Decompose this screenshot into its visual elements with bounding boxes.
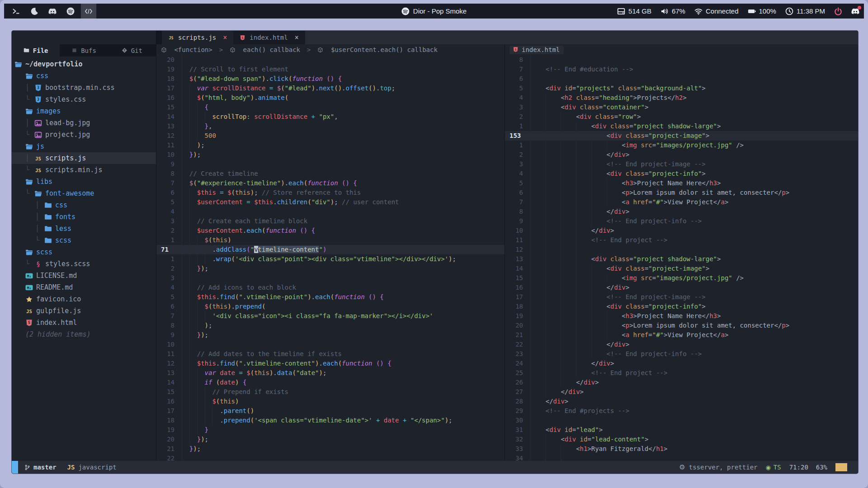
code-line[interactable]: 17<!-- End project-image --> [505, 292, 858, 302]
code-line[interactable]: 29<!-- End #projects --> [505, 406, 858, 416]
code-line[interactable]: 22 [156, 454, 505, 461]
code-line-current[interactable]: 153<div class="project-image"> [505, 131, 858, 141]
tree-item-font-awesome[interactable]: └font-awesome [12, 188, 156, 199]
code-line[interactable]: 11); [156, 141, 505, 150]
code-line[interactable]: 24</div> [505, 359, 858, 368]
code-line[interactable]: 3// Create each timeline block [156, 216, 505, 226]
code-line[interactable]: 20 [156, 55, 505, 65]
code-line[interactable]: 7<!-- End #education --> [505, 65, 858, 74]
code-line[interactable]: 17var scrollDistance = $("#lead").next()… [156, 84, 505, 93]
launcher-spotify[interactable] [63, 4, 78, 19]
explorer-tab-bufs[interactable]: Bufs [60, 44, 108, 56]
launcher-moon[interactable] [27, 4, 42, 19]
tree-item-README.md[interactable]: M↓README.md [12, 282, 156, 293]
tree-item-libs[interactable]: libs [12, 176, 156, 188]
tree-item-scss[interactable]: └scss [12, 235, 156, 246]
code-line[interactable]: 8); [156, 321, 505, 330]
tree-item-styles.css[interactable]: └3styles.css [12, 94, 156, 105]
code-line[interactable]: 15{ [156, 103, 505, 112]
code-line[interactable]: 16</div> [505, 283, 858, 292]
tree-item-images[interactable]: images [12, 105, 156, 117]
code-line[interactable]: 7'<div class="icon"><i class="fa fa-map-… [156, 311, 505, 321]
code-line[interactable]: 5$this.find(".vtimeline-point").each(fun… [156, 292, 505, 302]
code-line[interactable]: 4<div class="project-info"> [505, 169, 858, 178]
tree-item-scripts.js[interactable]: │JSscripts.js [12, 152, 156, 164]
buffer-tab-scripts.js[interactable]: JSscripts.js× [162, 31, 233, 44]
code-line[interactable]: 11// Add dates to the timeline if exists [156, 349, 505, 359]
tree-item-css[interactable]: css [12, 70, 156, 82]
code-line[interactable]: 7$("#experience-timeline").each(function… [156, 178, 505, 188]
tree-item-css[interactable]: │css [12, 199, 156, 211]
code-line[interactable]: 5$userContent = $this.children("div"); /… [156, 197, 505, 207]
code-line[interactable]: 5<h3>Project Name Here</h3> [505, 178, 858, 188]
code-line[interactable]: 19// Scroll to first element [156, 65, 505, 74]
code-line[interactable]: 18.prepend('<span class="vtimeline-date"… [156, 416, 505, 425]
code-line[interactable]: 4<h2 class="heading">Projects</h2> [505, 93, 858, 103]
code-line[interactable]: 6$(this).prepend( [156, 302, 505, 311]
code-line[interactable]: 3<!-- End project-image --> [505, 160, 858, 169]
code-line[interactable]: 10}); [156, 150, 505, 160]
code-line[interactable]: 4 [156, 207, 505, 216]
code-line[interactable]: 7<a href="#">View Project</a> [505, 197, 858, 207]
code-line[interactable]: 6<p>Lorem ipsum dolor sit amet, consecte… [505, 188, 858, 197]
code-line[interactable]: 2<div class="row"> [505, 112, 858, 122]
code-line[interactable]: 10</div> [505, 226, 858, 235]
code-line[interactable]: 23<!-- End project-info --> [505, 349, 858, 359]
code-line[interactable]: 13}, [156, 122, 505, 131]
code-line[interactable]: 9}); [156, 330, 505, 340]
tree-item-gulpfile.js[interactable]: JSgulpfile.js [12, 305, 156, 317]
tree-item-index.html[interactable]: 5index.html [12, 317, 156, 328]
code-line[interactable]: 30 [505, 416, 858, 425]
code-line[interactable]: 8</div> [505, 207, 858, 216]
code-line[interactable]: 6$this = $(this); // Store reference to … [156, 188, 505, 197]
code-line[interactable]: 4// Add icons to each block [156, 283, 505, 292]
code-line[interactable]: 19} [156, 425, 505, 435]
launcher-code[interactable] [81, 4, 96, 19]
code-line[interactable]: 14if (date) { [156, 378, 505, 387]
code-line[interactable]: 9 [156, 160, 505, 169]
code-line[interactable]: 21<a href="#">View Project</a> [505, 330, 858, 340]
code-line[interactable]: 21}); [156, 444, 505, 454]
code-line[interactable]: 10 [156, 340, 505, 349]
code-line[interactable]: 2}); [156, 264, 505, 273]
tree-item-js[interactable]: js [12, 141, 156, 152]
code-line[interactable]: 31<div id="lead"> [505, 425, 858, 435]
code-line[interactable]: 8// Create timeline [156, 169, 505, 178]
code-line[interactable]: 2$userContent.each(function () { [156, 226, 505, 235]
code-line[interactable]: 27</div> [505, 387, 858, 397]
code-line[interactable]: 11<!-- End project --> [505, 235, 858, 245]
code-line[interactable]: 5<div id="projects" class="background-al… [505, 84, 858, 93]
code-line[interactable]: 3 [156, 273, 505, 283]
tree-item-less[interactable]: │less [12, 223, 156, 235]
code-line[interactable]: 1<img src="images/project.jpg" /> [505, 141, 858, 150]
code-line[interactable]: 33<h1>Ryan Fitzgerald</h1> [505, 444, 858, 454]
tree-item-lead-bg.jpg[interactable]: │lead-bg.jpg [12, 117, 156, 129]
code-area-index-html[interactable]: 87<!-- End #education -->65<div id="proj… [505, 55, 858, 461]
code-line[interactable]: 2</div> [505, 150, 858, 160]
tree-item-scss[interactable]: scss [12, 246, 156, 258]
code-area-scripts-js[interactable]: 2019// Scroll to first element18$("#lead… [156, 55, 505, 461]
tree-item-2hiddenitems[interactable]: (2 hidden items) [12, 328, 156, 340]
now-playing[interactable]: Dior - Pop Smoke [401, 7, 467, 15]
explorer-tab-file[interactable]: File [12, 44, 60, 56]
code-line[interactable]: 14<div class="project-image"> [505, 264, 858, 273]
code-line[interactable]: 16$("html, body").animate( [156, 93, 505, 103]
code-line[interactable]: 15// Prepend if exists [156, 387, 505, 397]
discord-tray-button[interactable] [851, 7, 859, 15]
code-line-current[interactable]: 71.addClass("vtimeline-content") [156, 245, 505, 254]
code-line[interactable]: 12$this.find(".vtimeline-content").each(… [156, 359, 505, 368]
code-line[interactable]: 1$(this) [156, 235, 505, 245]
code-line[interactable]: 13var date = $(this).data("date"); [156, 368, 505, 378]
tree-item-project.jpg[interactable]: └project.jpg [12, 129, 156, 141]
code-line[interactable]: 12 [505, 245, 858, 254]
code-line[interactable]: 19<h3>Project Name Here</h3> [505, 311, 858, 321]
code-line[interactable]: 1.wrap('<div class="point"><div class="v… [156, 254, 505, 264]
code-line[interactable]: 20}); [156, 435, 505, 444]
launcher-discord[interactable] [45, 4, 60, 19]
code-line[interactable]: 14scrollTop: scrollDistance + "px", [156, 112, 505, 122]
code-line[interactable]: 15<img src="images/project.jpg" /> [505, 273, 858, 283]
power-button[interactable] [834, 7, 842, 15]
code-line[interactable]: 1<div class="project shadow-large"> [505, 122, 858, 131]
code-line[interactable]: 20<p>Lorem ipsum dolor sit amet, consect… [505, 321, 858, 330]
tree-item-bootstrap.min.css[interactable]: │3bootstrap.min.css [12, 82, 156, 94]
